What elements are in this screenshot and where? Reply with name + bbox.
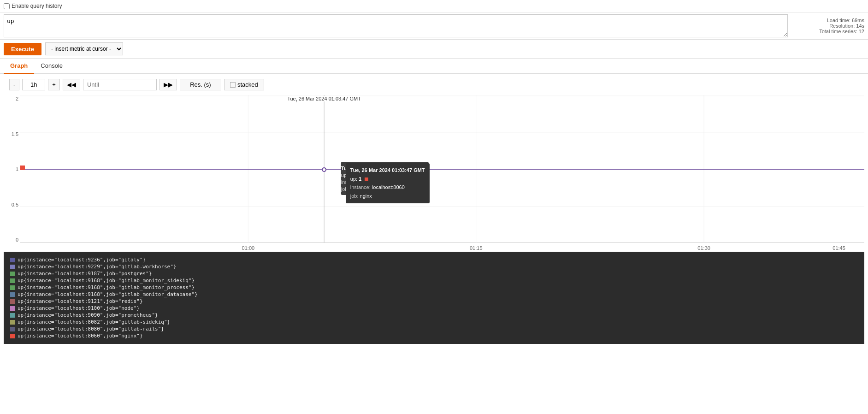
y-label-2: 2 — [4, 96, 18, 101]
stacked-checkbox-icon — [230, 82, 236, 88]
stacked-label: stacked — [237, 81, 258, 88]
legend-color-swatch — [10, 313, 15, 318]
time-plus-button[interactable]: + — [48, 79, 60, 90]
svg-text:01:00: 01:00 — [242, 245, 255, 251]
legend-item-label: up{instance="localhost:9090",job="promet… — [18, 312, 158, 318]
tooltip-job-label: job: — [350, 193, 360, 199]
legend-item-label: up{instance="localhost:9121",job="redis"… — [18, 298, 143, 304]
legend-item: up{instance="localhost:8060",job="nginx"… — [10, 332, 858, 339]
chart-tooltip: Tue, 26 Mar 2024 01:03:47 GMT up: 1 inst… — [346, 163, 430, 203]
legend-color-swatch — [10, 320, 15, 325]
time-range-input[interactable] — [22, 79, 45, 90]
legend-item: up{instance="localhost:9100",job="node"} — [10, 305, 858, 312]
svg-rect-14 — [20, 166, 25, 170]
chart-crosshair-time: Tue, 26 Mar 2024 01:03:47 GMT — [287, 96, 361, 101]
tooltip-instance-row: instance: localhost:8060 — [350, 183, 425, 192]
legend-item: up{instance="localhost:9168",job="gitlab… — [10, 277, 858, 284]
y-axis-labels: 2 1.5 1 0.5 0 — [4, 95, 20, 252]
y-label-0.5: 0.5 — [4, 202, 18, 207]
legend-color-swatch — [10, 299, 15, 304]
legend-color-swatch — [10, 278, 15, 283]
svg-text:01:45: 01:45 — [833, 245, 845, 251]
legend-item-label: up{instance="localhost:9100",job="node"} — [18, 305, 140, 311]
chart-wrapper: 2 1.5 1 0.5 0 Tue, 26 Mar 2024 01:03:47 … — [4, 95, 864, 252]
legend-item: up{instance="localhost:9121",job="redis"… — [10, 298, 858, 305]
legend-item-label: up{instance="localhost:8082",job="gitlab… — [18, 319, 170, 325]
execute-row: Execute - insert metric at cursor - — [0, 40, 868, 59]
legend-item: up{instance="localhost:9229",job="gitlab… — [10, 263, 858, 270]
chart-svg-area: Tue, 26 Mar 2024 01:03:47 GMT Tue, 26 Ma… — [20, 95, 864, 252]
y-label-0: 0 — [4, 237, 18, 242]
svg-text:01:15: 01:15 — [470, 245, 483, 251]
legend-item-label: up{instance="localhost:9229",job="gitlab… — [18, 264, 176, 270]
legend-item: up{instance="localhost:9187",job="postgr… — [10, 270, 858, 277]
enable-query-history-checkbox[interactable] — [4, 3, 10, 9]
legend-item-label: up{instance="localhost:9168",job="gitlab… — [18, 284, 195, 290]
chart-svg: Tue, 26 Mar 2024 01:03:47 GMT Tue, 26 Ma… — [20, 95, 864, 252]
load-time: Load time: 69ms — [791, 18, 864, 23]
legend-color-swatch — [10, 285, 15, 290]
tooltip-value: 1 — [359, 176, 361, 182]
stats-panel: Load time: 69ms Resolution: 14s Total ti… — [791, 17, 864, 35]
y-label-1.5: 1.5 — [4, 131, 18, 137]
time-forward-button[interactable]: ▶▶ — [159, 79, 177, 90]
legend-item-label: up{instance="localhost:9168",job="gitlab… — [18, 291, 198, 297]
resolution-button[interactable]: Res. (s) — [180, 79, 221, 90]
resolution: Resolution: 14s — [791, 23, 864, 29]
tooltip-metric: up — [350, 176, 356, 182]
insert-metric-select[interactable]: - insert metric at cursor - — [45, 42, 123, 55]
legend-item: up{instance="localhost:9236",job="gitaly… — [10, 256, 858, 263]
legend-item-label: up{instance="localhost:9236",job="gitaly… — [18, 257, 146, 263]
time-minus-button[interactable]: - — [9, 79, 19, 90]
legend-color-swatch — [10, 272, 15, 276]
tooltip-instance-label: instance: — [350, 184, 372, 190]
svg-text:01:30: 01:30 — [697, 245, 710, 251]
tooltip-time: Tue, 26 Mar 2024 01:03:47 GMT — [350, 166, 425, 175]
query-input[interactable]: up — [4, 14, 788, 37]
legend-color-swatch — [10, 334, 15, 338]
legend-item-label: up{instance="localhost:8060",job="nginx"… — [18, 333, 143, 339]
tooltip-value-row: up: 1 — [350, 175, 425, 183]
legend-item: up{instance="localhost:8080",job="gitlab… — [10, 325, 858, 332]
execute-button[interactable]: Execute — [4, 43, 41, 55]
legend-item-label: up{instance="localhost:9187",job="postgr… — [18, 271, 152, 277]
tabs-row: Graph Console — [0, 59, 868, 74]
tab-console[interactable]: Console — [34, 59, 69, 74]
stacked-button[interactable]: stacked — [224, 79, 264, 90]
legend-color-swatch — [10, 265, 15, 269]
legend-color-swatch — [10, 306, 15, 311]
svg-point-11 — [322, 168, 326, 172]
tooltip-job-row: job: nginx — [350, 192, 425, 201]
enable-query-history-text: Enable query history — [12, 3, 62, 9]
legend-item: up{instance="localhost:9090",job="promet… — [10, 312, 858, 319]
enable-query-history-label[interactable]: Enable query history — [4, 3, 62, 9]
legend-color-swatch — [10, 292, 15, 297]
total-time-series: Total time series: 12 — [791, 29, 864, 34]
legend-item: up{instance="localhost:9168",job="gitlab… — [10, 284, 858, 291]
tooltip-instance-value: localhost:8060 — [372, 184, 405, 190]
legend-color-swatch — [10, 258, 15, 262]
legend-area: up{instance="localhost:9236",job="gitaly… — [4, 252, 864, 344]
top-bar: Enable query history — [0, 0, 868, 12]
legend-item-label: up{instance="localhost:8080",job="gitlab… — [18, 326, 164, 332]
legend-color-swatch — [10, 327, 15, 331]
tab-graph[interactable]: Graph — [4, 59, 34, 74]
legend-item: up{instance="localhost:9168",job="gitlab… — [10, 291, 858, 298]
graph-controls: - + ◀◀ ▶▶ Res. (s) stacked — [0, 74, 868, 95]
legend-item: up{instance="localhost:8082",job="gitlab… — [10, 319, 858, 325]
time-back-button[interactable]: ◀◀ — [63, 79, 80, 90]
tooltip-color-dot — [365, 177, 368, 181]
legend-item-label: up{instance="localhost:9168",job="gitlab… — [18, 278, 195, 284]
until-input[interactable] — [83, 79, 157, 90]
y-label-1: 1 — [4, 166, 18, 172]
query-row: up Load time: 69ms Resolution: 14s Total… — [0, 12, 868, 40]
tooltip-job-value: nginx — [360, 193, 372, 199]
